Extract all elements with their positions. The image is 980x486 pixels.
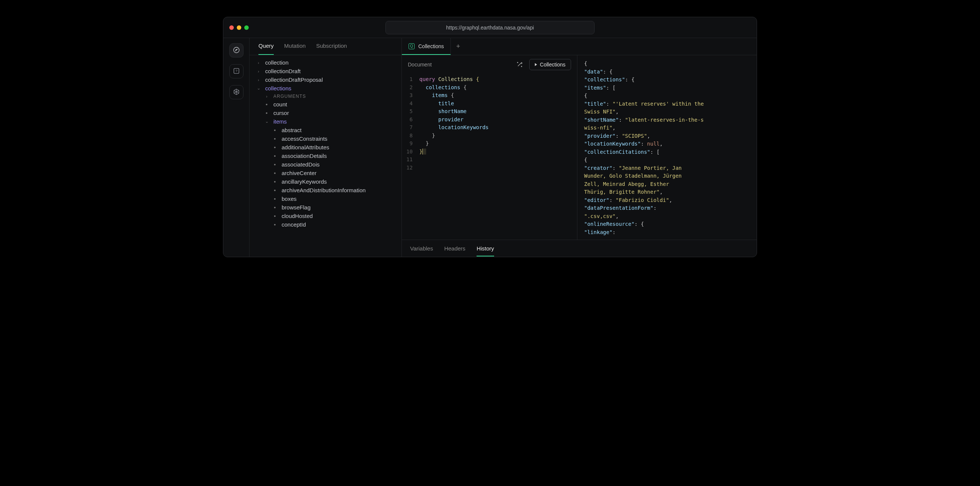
prettify-button[interactable]: [515, 59, 525, 70]
caret-down-icon: ⌄: [255, 86, 261, 91]
dot-icon: •: [272, 204, 278, 211]
tree-item-arguments[interactable]: ›ARGUMENTS: [251, 92, 397, 100]
bottom-tab-headers[interactable]: Headers: [444, 245, 465, 252]
editor-title: Document: [408, 62, 511, 68]
operation-tab-mutation[interactable]: Mutation: [284, 43, 306, 55]
document-tabs: Q Collections +: [402, 38, 757, 55]
tree-item-archiveanddistributioninformation[interactable]: •archiveAndDistributionInformation: [251, 186, 397, 194]
tree-item-label: browseFlag: [282, 204, 311, 211]
operation-tab-subscription[interactable]: Subscription: [316, 43, 347, 55]
schema-tree[interactable]: ›collection›collectionDraft›collectionDr…: [250, 55, 401, 257]
bottom-tab-history[interactable]: History: [477, 245, 494, 252]
tree-item-archivecenter[interactable]: •archiveCenter: [251, 169, 397, 177]
dot-icon: •: [272, 127, 278, 133]
code-body[interactable]: query Collections { collections { items …: [419, 75, 488, 238]
tree-item-collectiondraftproposal[interactable]: ›collectionDraftProposal: [251, 75, 397, 84]
tree-item-items[interactable]: ⌄items: [251, 117, 397, 126]
code-editor[interactable]: 123456789101112 query Collections { coll…: [402, 74, 577, 240]
dot-icon: •: [272, 144, 278, 151]
url-bar[interactable]: https://graphql.earthdata.nasa.gov/api: [385, 21, 595, 34]
tree-item-label: collections: [265, 85, 291, 91]
tree-item-label: archiveAndDistributionInformation: [282, 187, 366, 193]
operation-tabs: QueryMutationSubscription: [250, 38, 401, 55]
sparkle-icon: [517, 63, 523, 69]
tree-item-conceptid[interactable]: •conceptId: [251, 220, 397, 229]
tree-item-label: collection: [265, 59, 289, 66]
line-gutter: 123456789101112: [406, 75, 419, 238]
tree-item-accessconstraints[interactable]: •accessConstraints: [251, 134, 397, 143]
tree-item-count[interactable]: •count: [251, 100, 397, 109]
dot-icon: •: [272, 187, 278, 193]
content-body: ? QueryMutationSubscription ›collection›…: [223, 38, 757, 257]
dot-icon: •: [264, 101, 270, 108]
dot-icon: •: [272, 178, 278, 185]
minimize-window-button[interactable]: [237, 25, 241, 30]
side-rail: ?: [223, 38, 250, 257]
tree-item-ancillarykeywords[interactable]: •ancillaryKeywords: [251, 177, 397, 186]
operation-tab-query[interactable]: Query: [258, 43, 274, 55]
document-tab-label: Collections: [418, 43, 444, 49]
dot-icon: •: [272, 195, 278, 202]
schema-explorer: QueryMutationSubscription ›collection›co…: [250, 38, 402, 257]
settings-rail-button[interactable]: [229, 85, 243, 99]
bottom-tab-variables[interactable]: Variables: [410, 245, 433, 252]
caret-right-icon: ›: [255, 78, 261, 82]
editor-header: Document Collections: [402, 55, 577, 74]
tree-item-label: items: [274, 118, 287, 125]
editor-pane: Document Collections 123456789101112 que…: [402, 55, 578, 240]
tree-item-label: abstract: [282, 127, 301, 133]
dot-icon: •: [272, 170, 278, 176]
tree-item-boxes[interactable]: •boxes: [251, 194, 397, 203]
tree-item-browseflag[interactable]: •browseFlag: [251, 203, 397, 212]
dot-icon: •: [272, 152, 278, 159]
dot-icon: •: [272, 135, 278, 142]
tree-item-cloudhosted[interactable]: •cloudHosted: [251, 212, 397, 220]
tree-item-label: additionalAttributes: [282, 144, 329, 151]
caret-down-icon: ⌄: [264, 119, 270, 124]
result-pane[interactable]: { "data": { "collections": { "items": [ …: [578, 55, 757, 240]
tree-item-label: cursor: [274, 110, 289, 116]
tree-item-label: ARGUMENTS: [274, 94, 306, 99]
dot-icon: •: [272, 221, 278, 228]
tree-item-label: ancillaryKeywords: [282, 178, 327, 185]
close-window-button[interactable]: [229, 25, 234, 30]
query-badge-icon: Q: [409, 43, 415, 49]
app-window: https://graphql.earthdata.nasa.gov/api ?…: [223, 17, 757, 257]
caret-right-icon: ›: [255, 60, 261, 65]
tree-item-label: collectionDraftProposal: [265, 76, 323, 83]
tree-item-label: cloudHosted: [282, 213, 313, 219]
dot-icon: •: [272, 161, 278, 168]
tree-item-label: boxes: [282, 195, 296, 202]
tree-item-associationdetails[interactable]: •associationDetails: [251, 152, 397, 160]
titlebar: https://graphql.earthdata.nasa.gov/api: [223, 17, 757, 38]
editor-result-panes: Document Collections 123456789101112 que…: [402, 55, 757, 240]
compass-icon: [233, 46, 240, 55]
tree-item-label: count: [274, 101, 287, 108]
tree-item-associateddois[interactable]: •associatedDois: [251, 160, 397, 169]
tree-item-abstract[interactable]: •abstract: [251, 126, 397, 134]
document-tab-collections[interactable]: Q Collections: [402, 38, 451, 55]
svg-text:?: ?: [235, 69, 237, 73]
docs-rail-button[interactable]: ?: [229, 64, 243, 78]
tree-item-label: accessConstraints: [282, 135, 328, 142]
traffic-lights: [229, 25, 249, 30]
zoom-window-button[interactable]: [244, 25, 249, 30]
explorer-rail-button[interactable]: [229, 43, 243, 57]
tree-item-label: conceptId: [282, 221, 306, 228]
dot-icon: •: [264, 110, 270, 116]
tree-item-collections[interactable]: ⌄collections: [251, 84, 397, 92]
bottom-tabs: VariablesHeadersHistory: [402, 240, 757, 257]
run-button-label: Collections: [540, 62, 565, 68]
tree-item-label: associationDetails: [282, 152, 327, 159]
plus-icon: +: [456, 43, 460, 50]
question-box-icon: ?: [233, 67, 240, 76]
new-document-tab-button[interactable]: +: [451, 43, 465, 51]
tree-item-label: archiveCenter: [282, 170, 317, 176]
run-button[interactable]: Collections: [529, 59, 571, 70]
tree-item-cursor[interactable]: •cursor: [251, 109, 397, 117]
caret-right-icon: ›: [255, 69, 261, 73]
tree-item-collectiondraft[interactable]: ›collectionDraft: [251, 67, 397, 75]
tree-item-additionalattributes[interactable]: •additionalAttributes: [251, 143, 397, 152]
tree-item-collection[interactable]: ›collection: [251, 58, 397, 67]
graphql-icon: [233, 88, 240, 97]
